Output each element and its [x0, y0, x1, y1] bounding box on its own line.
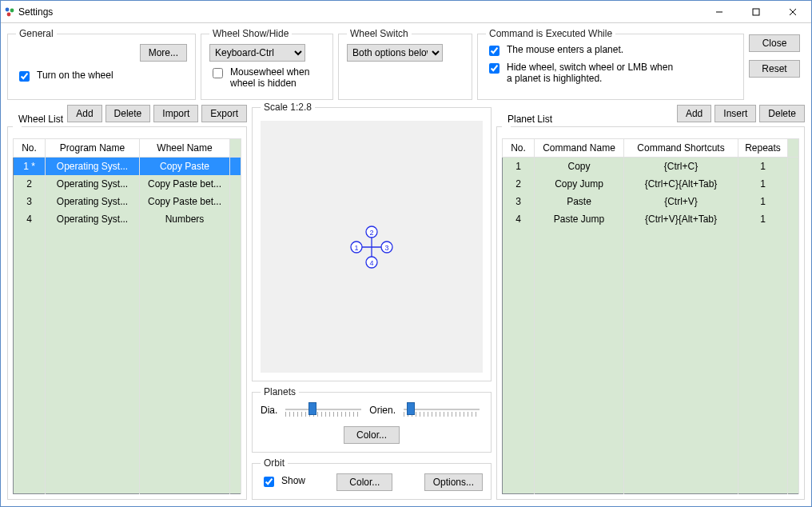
wheel-list-grid[interactable]: No. Program Name Wheel Name 1 *Operating…: [13, 138, 241, 494]
table-row[interactable]: [14, 263, 241, 281]
close-button[interactable]: Close: [749, 34, 800, 52]
table-row[interactable]: [503, 388, 799, 405]
table-row[interactable]: [503, 299, 799, 317]
table-row[interactable]: [14, 458, 241, 476]
minimize-button[interactable]: [701, 1, 738, 22]
table-row[interactable]: [14, 246, 241, 263]
exec-hide-wheel-checkbox[interactable]: Hide wheel, switch wheel or LMB when a p…: [486, 62, 735, 84]
table-row[interactable]: [503, 369, 799, 387]
table-row[interactable]: 3Operating Syst...Copy Paste bet...: [14, 193, 241, 210]
turn-on-wheel-checkbox[interactable]: Turn on the wheel: [16, 70, 187, 84]
planet-list-grid[interactable]: No. Command Name Command Shortcuts Repea…: [502, 138, 799, 494]
wheel-export-button[interactable]: Export: [201, 105, 247, 122]
planet-add-button[interactable]: Add: [677, 105, 711, 122]
table-row[interactable]: [14, 369, 241, 387]
reset-button[interactable]: Reset: [749, 60, 800, 78]
group-show-hide: Wheel Show/Hide Keyboard-Ctrl Mousewheel…: [201, 28, 333, 100]
exec-mouse-enters-checkbox[interactable]: The mouse enters a planet.: [486, 44, 735, 58]
table-row[interactable]: [503, 228, 799, 246]
planet-col-no[interactable]: No.: [503, 139, 535, 158]
table-row[interactable]: [14, 317, 241, 334]
show-hide-select[interactable]: Keyboard-Ctrl: [209, 44, 305, 62]
wheel-col-no[interactable]: No.: [14, 139, 46, 158]
orien-slider[interactable]: [404, 402, 480, 418]
table-row[interactable]: [503, 246, 799, 263]
close-window-button[interactable]: [774, 1, 811, 22]
group-general: General More... Turn on the wheel: [7, 28, 196, 100]
planet-col-sc[interactable]: Command Shortcuts: [624, 139, 738, 158]
table-row[interactable]: [14, 281, 241, 299]
titlebar: Settings: [1, 1, 811, 23]
svg-point-2: [7, 12, 11, 16]
wheel-col-program[interactable]: Program Name: [46, 139, 140, 158]
table-row[interactable]: 3Paste{Ctrl+V}1: [503, 193, 799, 210]
svg-text:2: 2: [369, 228, 373, 236]
svg-text:3: 3: [384, 243, 388, 251]
table-row[interactable]: [14, 352, 241, 369]
table-row[interactable]: [14, 423, 241, 441]
wheel-import-button[interactable]: Import: [153, 105, 198, 122]
table-row[interactable]: [503, 423, 799, 441]
maximize-button[interactable]: [738, 1, 774, 22]
table-row[interactable]: [14, 405, 241, 423]
dia-slider[interactable]: [285, 402, 361, 418]
table-row[interactable]: 2Operating Syst...Copy Paste bet...: [14, 175, 241, 193]
wheel-list-legend: Wheel List: [15, 114, 66, 125]
wheel-add-button[interactable]: Add: [67, 105, 102, 122]
table-row[interactable]: [503, 317, 799, 334]
planet-col-rep[interactable]: Repeats: [738, 139, 788, 158]
table-row[interactable]: [503, 263, 799, 281]
table-row[interactable]: [14, 334, 241, 352]
planet-delete-button[interactable]: Delete: [759, 105, 805, 122]
wheel-delete-button[interactable]: Delete: [105, 105, 151, 122]
group-exec-while-legend: Command is Executed While: [486, 28, 615, 39]
table-row[interactable]: [503, 458, 799, 476]
wheel-col-handle: [230, 139, 241, 158]
table-row[interactable]: [503, 334, 799, 352]
table-row[interactable]: [14, 388, 241, 405]
orbit-show-label: Show: [281, 475, 305, 486]
scale-legend: Scale 1:2.8: [261, 102, 315, 113]
orbit-options-button[interactable]: Options...: [424, 473, 483, 491]
table-row[interactable]: 4Operating Syst...Numbers: [14, 210, 241, 228]
wheel-col-wheel[interactable]: Wheel Name: [140, 139, 230, 158]
group-exec-while: Command is Executed While The mouse ente…: [477, 28, 744, 100]
table-row[interactable]: [14, 299, 241, 317]
table-row[interactable]: 1 *Operating Syst...Copy Paste: [14, 158, 241, 175]
mousewheel-hidden-label: Mousewheel when wheel is hidden: [230, 66, 324, 89]
orbit-legend: Orbit: [261, 457, 288, 469]
svg-text:1: 1: [354, 243, 358, 251]
table-row[interactable]: 4Paste Jump{Ctrl+V}{Alt+Tab}1: [503, 210, 799, 228]
wheel-switch-select[interactable]: Both options below: [347, 44, 443, 62]
group-wheel-switch: Wheel Switch Both options below: [338, 28, 472, 100]
mousewheel-hidden-checkbox[interactable]: Mousewheel when wheel is hidden: [209, 66, 324, 89]
table-row[interactable]: [14, 441, 241, 458]
wheel-preview: 2 3 4 1: [261, 121, 483, 373]
table-row[interactable]: [14, 476, 241, 493]
table-row[interactable]: [503, 476, 799, 493]
svg-text:4: 4: [369, 258, 373, 266]
svg-point-1: [10, 8, 14, 12]
orbit-color-button[interactable]: Color...: [336, 473, 392, 491]
exec-hide-wheel-label: Hide wheel, switch wheel or LMB when a p…: [507, 62, 675, 84]
orbit-show-checkbox[interactable]: Show: [261, 475, 305, 489]
table-row[interactable]: 1Copy{Ctrl+C}1: [503, 158, 799, 175]
planet-insert-button[interactable]: Insert: [714, 105, 756, 122]
group-orbit: Orbit Show Color... Options...: [252, 457, 492, 500]
table-row[interactable]: 2Copy Jump{Ctrl+C}{Alt+Tab}1: [503, 175, 799, 193]
table-row[interactable]: [503, 281, 799, 299]
planet-list-legend: Planet List: [504, 114, 555, 125]
table-row[interactable]: [14, 228, 241, 246]
dia-label: Dia.: [261, 405, 277, 416]
more-button[interactable]: More...: [140, 44, 187, 62]
planet-col-handle: [788, 139, 799, 158]
orien-label: Orien.: [369, 405, 396, 416]
group-show-hide-legend: Wheel Show/Hide: [209, 28, 292, 39]
table-row[interactable]: [503, 441, 799, 458]
window-title: Settings: [18, 6, 701, 18]
table-row[interactable]: [503, 352, 799, 369]
planets-color-button[interactable]: Color...: [344, 426, 400, 444]
planet-col-cmd[interactable]: Command Name: [535, 139, 624, 158]
wheel-list-frame: . No. Program Name Wheel Name: [7, 121, 247, 500]
table-row[interactable]: [503, 405, 799, 423]
